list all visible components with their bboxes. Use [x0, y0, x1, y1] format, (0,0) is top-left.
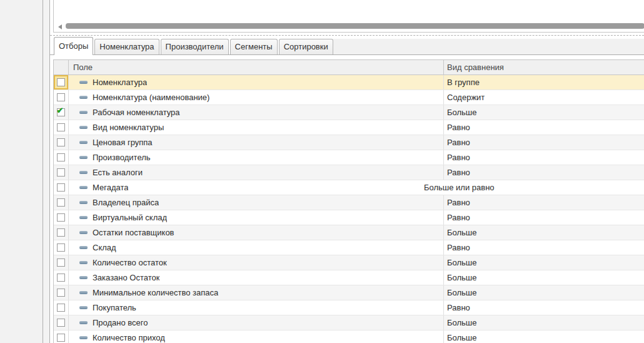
row-comparison-cell[interactable]: Больше — [444, 285, 644, 300]
table-row[interactable]: ✔ Владелец прайса Равно — [54, 195, 644, 210]
row-checkbox-cell[interactable]: ✔ — [54, 315, 69, 330]
row-checkbox-cell[interactable]: ✔ — [54, 75, 69, 90]
row-field-cell[interactable]: Остатки поставщиков — [69, 225, 444, 240]
row-checkbox[interactable]: ✔ — [57, 138, 65, 146]
table-row[interactable]: ✔ Вид номенклатуры Равно — [54, 120, 644, 135]
header-field-column[interactable]: Поле — [69, 60, 444, 74]
row-comparison-cell[interactable]: Равно — [444, 195, 644, 210]
row-checkbox-cell[interactable]: ✔ — [54, 180, 69, 195]
header-checkbox-column[interactable] — [54, 60, 69, 74]
row-comparison-cell[interactable]: Больше или равно — [444, 180, 644, 195]
row-checkbox[interactable]: ✔ — [57, 334, 65, 342]
table-row[interactable]: ✔ Количество приход Больше — [54, 330, 644, 343]
scrollbar-thumb[interactable] — [66, 23, 644, 29]
row-checkbox-cell[interactable]: ✔ — [54, 135, 69, 150]
row-checkbox[interactable]: ✔ — [57, 108, 65, 116]
row-field-cell[interactable]: Мегадата — [69, 180, 444, 195]
row-checkbox[interactable]: ✔ — [57, 304, 65, 312]
row-field-cell[interactable]: Рабочая номенклатура — [69, 105, 444, 120]
row-checkbox[interactable]: ✔ — [57, 228, 65, 237]
row-checkbox-cell[interactable]: ✔ — [54, 270, 69, 285]
row-field-cell[interactable]: Продано всего — [69, 315, 444, 330]
row-comparison-cell[interactable]: В группе — [444, 75, 644, 90]
row-checkbox[interactable]: ✔ — [57, 168, 65, 177]
row-comparison-cell[interactable]: Больше — [444, 315, 644, 330]
table-row[interactable]: ✔ Покупатель Равно — [54, 300, 644, 315]
row-field-cell[interactable]: Виртуальный склад — [69, 210, 444, 225]
row-comparison-cell[interactable]: Больше — [444, 330, 644, 343]
row-comparison-cell[interactable]: Равно — [444, 300, 644, 315]
scroll-left-arrow-icon[interactable] — [58, 24, 62, 29]
table-row[interactable]: ✔ Ценовая группа Равно — [54, 135, 644, 150]
row-comparison-cell[interactable]: Больше — [444, 225, 644, 240]
row-field-cell[interactable]: Есть аналоги — [69, 165, 444, 180]
row-comparison-cell[interactable]: Содержит — [444, 90, 644, 105]
table-row[interactable]: ✔ Остатки поставщиков Больше — [54, 225, 644, 240]
row-checkbox-cell[interactable]: ✔ — [54, 300, 69, 315]
row-checkbox[interactable]: ✔ — [57, 153, 65, 161]
tab-5[interactable]: Сортировки — [279, 39, 333, 54]
row-checkbox[interactable]: ✔ — [57, 274, 65, 282]
table-row[interactable]: ✔ Номенклатура В группе — [54, 75, 644, 90]
table-row[interactable]: ✔ Продано всего Больше — [54, 315, 644, 330]
row-comparison-cell[interactable]: Равно — [444, 210, 644, 225]
row-field-cell[interactable]: Минимальное количество запаса — [69, 285, 444, 300]
table-row[interactable]: ✔ Есть аналоги Равно — [54, 165, 644, 180]
row-checkbox-cell[interactable]: ✔ — [54, 90, 69, 105]
row-checkbox[interactable]: ✔ — [57, 198, 65, 207]
row-checkbox-cell[interactable]: ✔ — [54, 195, 69, 210]
row-checkbox[interactable]: ✔ — [57, 213, 65, 222]
row-comparison-cell[interactable]: Равно — [444, 165, 644, 180]
row-checkbox-cell[interactable]: ✔ — [54, 105, 69, 120]
row-checkbox-cell[interactable]: ✔ — [54, 210, 69, 225]
table-row[interactable]: ✔ Склад Равно — [54, 240, 644, 255]
tab-4[interactable]: Сегменты — [230, 39, 278, 54]
row-field-cell[interactable]: Вид номенклатуры — [69, 120, 444, 135]
row-checkbox[interactable]: ✔ — [57, 289, 65, 297]
row-checkbox[interactable]: ✔ — [57, 93, 65, 101]
table-row[interactable]: ✔ Заказано Остаток Больше — [54, 270, 644, 285]
header-comparison-column[interactable]: Вид сравнения — [444, 60, 644, 74]
row-field-cell[interactable]: Владелец прайса — [69, 195, 444, 210]
row-comparison-cell[interactable]: Равно — [444, 150, 644, 165]
table-row[interactable]: ✔ Рабочая номенклатура Больше — [54, 105, 644, 120]
row-checkbox-cell[interactable]: ✔ — [54, 285, 69, 300]
table-row[interactable]: ✔ Количество остаток Больше — [54, 255, 644, 270]
row-checkbox-cell[interactable]: ✔ — [54, 240, 69, 255]
row-comparison-cell[interactable]: Больше — [444, 270, 644, 285]
tab-2[interactable]: Номенклатура — [94, 39, 159, 54]
row-checkbox[interactable]: ✔ — [57, 78, 65, 86]
row-field-cell[interactable]: Ценовая группа — [69, 135, 444, 150]
tab-3[interactable]: Производители — [161, 39, 229, 54]
row-checkbox-cell[interactable]: ✔ — [54, 330, 69, 343]
row-field-cell[interactable]: Количество остаток — [69, 255, 444, 270]
row-checkbox[interactable]: ✔ — [57, 183, 65, 192]
table-row[interactable]: ✔ Виртуальный склад Равно — [54, 210, 644, 225]
row-checkbox-cell[interactable]: ✔ — [54, 150, 69, 165]
table-row[interactable]: ✔ Мегадата Больше или равно — [54, 180, 644, 195]
dashed-splitter[interactable] — [50, 35, 644, 36]
row-checkbox-cell[interactable]: ✔ — [54, 120, 69, 135]
table-row[interactable]: ✔ Производитель Равно — [54, 150, 644, 165]
row-field-cell[interactable]: Покупатель — [69, 300, 444, 315]
row-comparison-cell[interactable]: Равно — [444, 240, 644, 255]
row-checkbox-cell[interactable]: ✔ — [54, 255, 69, 270]
row-field-cell[interactable]: Номенклатура (наименование) — [69, 90, 444, 105]
row-checkbox-cell[interactable]: ✔ — [54, 165, 69, 180]
row-comparison-cell[interactable]: Равно — [444, 120, 644, 135]
row-comparison-cell[interactable]: Больше — [444, 255, 644, 270]
row-checkbox[interactable]: ✔ — [57, 243, 65, 252]
tab-1[interactable]: Отборы — [54, 37, 93, 55]
row-checkbox-cell[interactable]: ✔ — [54, 225, 69, 240]
row-field-cell[interactable]: Производитель — [69, 150, 444, 165]
row-checkbox[interactable]: ✔ — [57, 123, 65, 131]
row-field-cell[interactable]: Номенклатура — [69, 75, 444, 90]
row-comparison-cell[interactable]: Больше — [444, 105, 644, 120]
table-row[interactable]: ✔ Номенклатура (наименование) Содержит — [54, 90, 644, 105]
horizontal-scrollbar[interactable] — [55, 23, 644, 30]
table-row[interactable]: ✔ Минимальное количество запаса Больше — [54, 285, 644, 300]
row-field-cell[interactable]: Заказано Остаток — [69, 270, 444, 285]
row-checkbox[interactable]: ✔ — [57, 259, 65, 267]
row-comparison-cell[interactable]: Равно — [444, 135, 644, 150]
row-field-cell[interactable]: Склад — [69, 240, 444, 255]
